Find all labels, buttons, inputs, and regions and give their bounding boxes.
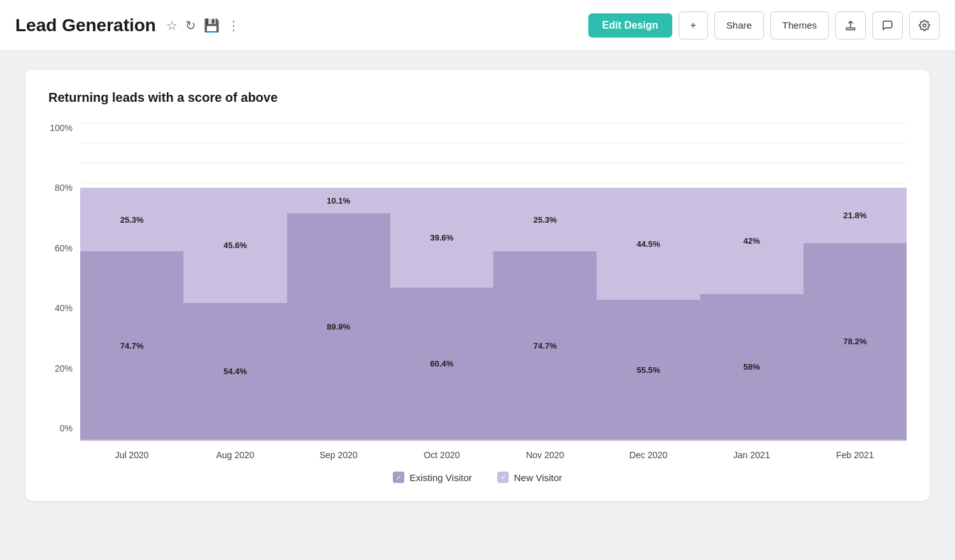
x-axis-label: Oct 2020 bbox=[390, 446, 493, 460]
legend: ✓ Existing Visitor ✓ New Visitor bbox=[48, 472, 907, 483]
share-button[interactable]: Share bbox=[714, 11, 764, 39]
legend-new-label: New Visitor bbox=[514, 472, 562, 483]
export-button[interactable] bbox=[835, 11, 866, 39]
bar-segment-new: 10.1% bbox=[287, 188, 390, 213]
y-axis: 100%80%60%40%20%0% bbox=[48, 123, 80, 460]
bar-segment-existing: 55.5% bbox=[597, 300, 700, 440]
bar-segment-existing: 54.4% bbox=[183, 303, 286, 440]
bar-segment-new: 39.6% bbox=[390, 188, 493, 288]
header-toolbar-icons: ☆ ↻ 💾 ⋮ bbox=[166, 18, 240, 33]
add-button[interactable]: + bbox=[679, 11, 708, 39]
x-labels: Jul 2020Aug 2020Sep 2020Oct 2020Nov 2020… bbox=[80, 446, 907, 460]
more-icon[interactable]: ⋮ bbox=[227, 18, 240, 33]
svg-point-1 bbox=[923, 24, 926, 27]
bar-segment-existing: 58% bbox=[700, 294, 803, 440]
bar-group: 45.6%54.4% bbox=[183, 123, 286, 440]
settings-button[interactable] bbox=[909, 11, 940, 39]
bar-group: 42%58% bbox=[700, 123, 803, 440]
chart-card: Returning leads with a score of above 10… bbox=[25, 70, 930, 501]
chart-area: 100%80%60%40%20%0% 25.3%74.7%45.6%54.4%1… bbox=[48, 123, 907, 460]
header-actions: Edit Design + Share Themes bbox=[588, 11, 940, 39]
bar-segment-existing: 78.2% bbox=[803, 243, 907, 440]
themes-button[interactable]: Themes bbox=[770, 11, 829, 39]
x-axis-label: Dec 2020 bbox=[597, 446, 700, 460]
bars-container: 25.3%74.7%45.6%54.4%10.1%89.9%39.6%60.4%… bbox=[80, 123, 907, 441]
svg-rect-0 bbox=[846, 27, 855, 29]
star-icon[interactable]: ☆ bbox=[166, 18, 178, 33]
save-icon[interactable]: 💾 bbox=[204, 18, 220, 33]
page-title: Lead Generation bbox=[15, 15, 156, 36]
bar-segment-new: 25.3% bbox=[493, 188, 597, 251]
header: Lead Generation ☆ ↻ 💾 ⋮ Edit Design + Sh… bbox=[0, 0, 955, 51]
x-axis-label: Aug 2020 bbox=[183, 446, 286, 460]
refresh-icon[interactable]: ↻ bbox=[185, 18, 196, 33]
y-axis-label: 80% bbox=[55, 183, 73, 193]
x-axis-label: Feb 2021 bbox=[803, 446, 907, 460]
legend-new-checkbox[interactable]: ✓ bbox=[497, 472, 509, 483]
legend-existing: ✓ Existing Visitor bbox=[393, 472, 472, 483]
bar-segment-existing: 74.7% bbox=[493, 251, 597, 440]
legend-new: ✓ New Visitor bbox=[497, 472, 562, 483]
bar-segment-existing: 74.7% bbox=[80, 251, 183, 440]
bar-group: 25.3%74.7% bbox=[80, 123, 183, 440]
bar-segment-existing: 89.9% bbox=[287, 213, 390, 440]
bar-segment-new: 44.5% bbox=[597, 188, 700, 300]
legend-existing-label: Existing Visitor bbox=[409, 472, 472, 483]
y-axis-label: 60% bbox=[55, 243, 73, 253]
y-axis-label: 40% bbox=[55, 303, 73, 313]
x-axis-label: Jan 2021 bbox=[700, 446, 803, 460]
bar-segment-existing: 60.4% bbox=[390, 288, 493, 440]
x-axis-label: Sep 2020 bbox=[287, 446, 390, 460]
legend-existing-checkbox[interactable]: ✓ bbox=[393, 472, 404, 483]
chart-title: Returning leads with a score of above bbox=[48, 90, 907, 105]
bar-segment-new: 42% bbox=[700, 188, 803, 293]
y-axis-label: 20% bbox=[55, 363, 73, 374]
bar-group: 10.1%89.9% bbox=[287, 123, 390, 440]
bar-group: 25.3%74.7% bbox=[493, 123, 597, 440]
bar-group: 39.6%60.4% bbox=[390, 123, 493, 440]
x-axis-label: Nov 2020 bbox=[493, 446, 597, 460]
y-axis-label: 0% bbox=[60, 423, 73, 433]
main-content: Returning leads with a score of above 10… bbox=[0, 51, 955, 520]
bars-wrapper: 25.3%74.7%45.6%54.4%10.1%89.9%39.6%60.4%… bbox=[80, 123, 907, 460]
bar-segment-new: 25.3% bbox=[80, 188, 183, 251]
comment-button[interactable] bbox=[872, 11, 903, 39]
bar-group: 21.8%78.2% bbox=[803, 123, 907, 440]
bar-segment-new: 21.8% bbox=[803, 188, 907, 242]
x-axis-label: Jul 2020 bbox=[80, 446, 183, 460]
y-axis-label: 100% bbox=[50, 123, 73, 133]
bar-segment-new: 45.6% bbox=[183, 188, 286, 302]
bar-group: 44.5%55.5% bbox=[597, 123, 700, 440]
edit-design-button[interactable]: Edit Design bbox=[588, 13, 672, 38]
